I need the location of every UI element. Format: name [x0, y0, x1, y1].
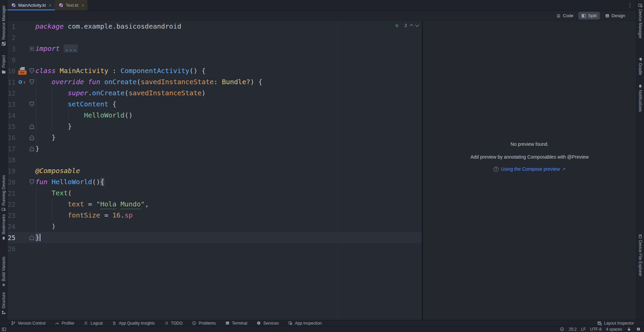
sidebar-item-device-file-explorer[interactable]: Device File Explorer	[637, 234, 644, 276]
line-number[interactable]: 15	[7, 123, 16, 130]
line-number[interactable]: 20	[7, 178, 16, 186]
sidebar-item-running-devices[interactable]: Running Devices	[0, 175, 7, 212]
code-line: 10<>class MainActivity : ComponentActivi…	[7, 65, 422, 76]
unlocked-padlock-status[interactable]	[626, 327, 632, 332]
file-encoding[interactable]: UTF-8	[590, 327, 602, 332]
inspections-widget[interactable]: ✔✔ 2	[395, 23, 418, 28]
view-mode-design[interactable]: Design	[602, 12, 628, 20]
sidebar-item-gradle[interactable]: Gradle	[637, 57, 644, 75]
view-mode-split[interactable]: Split	[578, 12, 600, 20]
editor-tab[interactable]: MainActivity.kt×	[7, 0, 55, 10]
workspace-window-icon[interactable]	[1, 327, 6, 332]
status-bar-right: 25:2LFUTF-84 spaces	[560, 327, 644, 332]
line-number[interactable]: 2	[7, 34, 16, 41]
sidebar-item-build-variants[interactable]: Build Variants	[0, 257, 7, 288]
code-line: 23 fontSize = 16.sp	[7, 210, 422, 221]
line-number[interactable]: 10	[7, 67, 16, 75]
fold-end-icon[interactable]	[30, 235, 34, 240]
tool-window-button-services[interactable]: Services	[256, 321, 279, 326]
indent-guide	[52, 88, 53, 132]
next-highlight-chevron-icon[interactable]	[415, 23, 419, 27]
editor-tab-bar: MainActivity.kt×Text.kt× ⋮	[7, 0, 636, 11]
view-mode-code[interactable]: Code	[553, 12, 576, 20]
tool-window-button-version-control[interactable]: Version Control	[11, 321, 45, 326]
android-class-gutter-icon[interactable]: <>	[18, 67, 27, 75]
sidebar-item-bookmarks[interactable]: Bookmarks	[0, 214, 7, 241]
sidebar-item-resource-manager[interactable]: Resource Manager	[0, 5, 7, 46]
strip-label: Resource Manager	[1, 5, 6, 40]
gradle-elephant-icon	[638, 57, 643, 62]
caret-position[interactable]: 25:2	[569, 327, 577, 332]
fold-start-icon[interactable]	[30, 102, 34, 107]
event-log-status[interactable]	[636, 327, 641, 332]
sidebar-item-device-manager[interactable]: Device Manager	[637, 3, 644, 38]
line-number[interactable]: 12	[7, 90, 16, 97]
tab-close-icon[interactable]: ×	[49, 3, 52, 8]
layout-inspector-button[interactable]: Layout Inspector	[597, 321, 644, 326]
tool-window-button-logcat[interactable]: Logcat	[83, 321, 103, 326]
gutter-icon-cell	[16, 132, 28, 143]
line-number[interactable]: 14	[7, 112, 16, 119]
gutter-icon-cell	[16, 110, 28, 121]
line-number[interactable]: 11	[7, 78, 16, 86]
sidebar-item-notifications[interactable]: Notifications	[637, 84, 644, 112]
text-caret	[40, 234, 40, 241]
code-line: 19@Composable	[7, 165, 422, 176]
running-devices-icon	[1, 207, 6, 212]
line-number[interactable]: 26	[7, 245, 16, 253]
line-number[interactable]: 16	[7, 134, 16, 141]
device-manager-icon	[638, 3, 643, 8]
tab-close-icon[interactable]: ×	[81, 3, 84, 8]
line-number[interactable]: 25	[7, 234, 16, 241]
fold-end-icon[interactable]	[30, 135, 34, 140]
line-number[interactable]: 21	[7, 190, 16, 197]
sidebar-item-structure[interactable]: Structure	[0, 292, 7, 315]
code-line: 24 )	[7, 221, 422, 232]
tool-window-button-problems[interactable]: Problems	[192, 321, 216, 326]
view-mode-label: Design	[612, 13, 625, 18]
gutter-icon-cell	[16, 199, 28, 210]
fold-expand-icon[interactable]: +	[30, 47, 34, 51]
line-number[interactable]: 9	[7, 56, 16, 64]
tool-window-button-terminal[interactable]: Terminal	[225, 321, 247, 326]
line-number[interactable]: 23	[7, 212, 16, 219]
compose-preview-doc-link[interactable]: Using the Compose preview	[501, 166, 560, 172]
indent-setting[interactable]: 4 spaces	[606, 327, 622, 332]
code-editor[interactable]: 1package com.example.basicosdeandroid23+…	[7, 21, 422, 320]
logcat-lines-icon	[83, 321, 89, 326]
tool-window-button-app-quality-insights[interactable]: App Quality Insights	[112, 321, 155, 326]
fold-start-icon[interactable]	[30, 79, 34, 85]
line-separator[interactable]: LF	[581, 327, 586, 332]
line-number[interactable]: 24	[7, 223, 16, 230]
fold-end-icon[interactable]	[30, 124, 34, 129]
more-actions-kebab-icon[interactable]: ⋮	[626, 2, 634, 8]
fold-start-icon[interactable]	[30, 68, 34, 73]
analysis-ok-status[interactable]	[560, 327, 565, 332]
view-mode-switcher: CodeSplitDesign	[553, 12, 628, 20]
fold-marker-cell	[28, 54, 35, 65]
line-number[interactable]: 18	[7, 156, 16, 164]
line-number[interactable]: 22	[7, 201, 16, 208]
tool-window-button-app-inspection[interactable]: App Inspection	[288, 321, 321, 326]
line-number[interactable]: 3	[7, 45, 16, 53]
line-number[interactable]: 17	[7, 145, 16, 153]
line-number[interactable]: 19	[7, 167, 16, 175]
project-folder-icon	[1, 69, 6, 74]
fold-marker-cell	[28, 243, 35, 254]
fold-end-icon[interactable]	[30, 146, 34, 151]
line-number[interactable]: 1	[7, 23, 16, 30]
fold-marker-cell	[28, 232, 35, 243]
gutter-icon-cell	[16, 99, 28, 110]
help-icon[interactable]: ?	[494, 167, 499, 172]
status-bar: 25:2LFUTF-84 spaces	[0, 326, 644, 332]
overrides-method-gutter-icon[interactable]: ↑	[19, 80, 26, 85]
profiler-gauge-icon	[55, 321, 60, 326]
sidebar-item-project[interactable]: Project	[0, 55, 7, 74]
line-number[interactable]: 13	[7, 101, 16, 108]
fold-start-icon[interactable]	[30, 179, 34, 185]
previous-highlight-chevron-icon[interactable]	[409, 24, 413, 28]
fold-marker-cell	[28, 199, 35, 210]
tool-window-button-profiler[interactable]: Profiler	[55, 321, 74, 326]
editor-tab[interactable]: Text.kt×	[55, 0, 88, 10]
tool-window-button-todo[interactable]: TODO	[164, 321, 182, 326]
